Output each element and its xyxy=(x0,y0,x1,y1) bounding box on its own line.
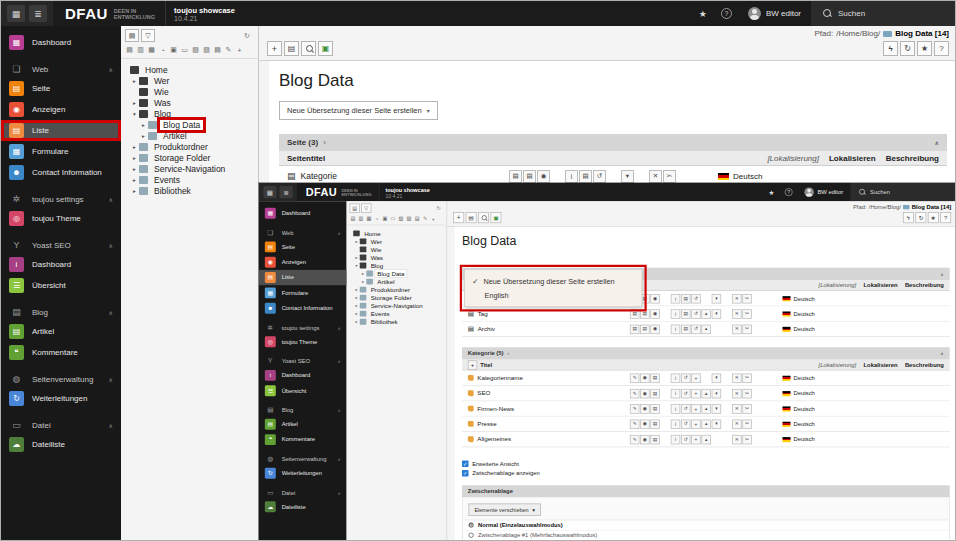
record-action-icon[interactable]: ◉ xyxy=(650,324,659,333)
tree-node[interactable]: ▸ Produktordner xyxy=(347,285,447,293)
sidebar-item[interactable]: ❝ Kommentare xyxy=(259,432,347,447)
user-menu[interactable]: BW editor xyxy=(738,1,811,26)
record-action-icon[interactable]: ✂ xyxy=(742,419,751,428)
record-title-cell[interactable]: ▤ Kategorie xyxy=(287,171,509,181)
sidebar-item[interactable]: i Dashboard xyxy=(1,254,121,275)
record-action-icon[interactable]: ◉ xyxy=(537,170,550,183)
tree-node[interactable]: ▾ Blog xyxy=(121,108,258,119)
page-type-icon[interactable]: ▭ xyxy=(180,46,189,54)
sidebar-item[interactable]: ❏ Web ∧ xyxy=(1,60,121,78)
record-action-icon[interactable]: i xyxy=(671,419,680,428)
record-action-icon[interactable]: ↺ xyxy=(593,170,606,183)
sidebar-item[interactable]: ❝ Kommentare xyxy=(1,342,121,363)
record-action-icon[interactable]: ✕ xyxy=(732,389,741,398)
page-type-icon[interactable]: ▣ xyxy=(169,46,178,54)
refresh-tree-icon[interactable]: ↻ xyxy=(433,203,443,212)
user-menu[interactable]: BW editor xyxy=(797,183,850,201)
record-action-icon[interactable]: ✂ xyxy=(742,404,751,413)
record-action-icon[interactable]: ✂ xyxy=(663,170,676,183)
record-action-icon[interactable]: ✕ xyxy=(732,324,741,333)
record-title-cell[interactable]: Allgemeines xyxy=(468,436,630,443)
collapse-icon[interactable]: ∧ xyxy=(934,139,939,146)
tree-node[interactable]: ▸ Artikel xyxy=(121,130,258,141)
page-type-icon[interactable]: ▧ xyxy=(398,216,405,222)
toolbar-icon[interactable] xyxy=(934,41,949,56)
sidebar-item[interactable]: ✲ toujou settings ∧ xyxy=(259,321,347,334)
record-action-icon[interactable]: ▤ xyxy=(650,389,659,398)
toolbar-icon[interactable] xyxy=(917,41,932,56)
page-type-icon[interactable]: ▨ xyxy=(406,216,413,222)
record-action-icon[interactable]: + xyxy=(691,435,700,444)
sidebar-item[interactable]: ▦ Formulare xyxy=(259,285,347,300)
checkbox-checked-icon[interactable]: ✓ xyxy=(462,460,469,467)
new-page-icon[interactable]: ▤ xyxy=(350,203,360,212)
record-action-icon[interactable]: ▤ xyxy=(650,373,659,382)
help-icon[interactable]: ? xyxy=(785,188,793,196)
record-action-icon[interactable]: i xyxy=(671,373,680,382)
toolbar-icon[interactable] xyxy=(915,212,926,223)
clipboard-mode-row[interactable]: Zwischenablage #1 (Mehrfachauswahlmodus) xyxy=(463,531,949,541)
record-action-icon[interactable]: ▤ xyxy=(650,404,659,413)
record-action-icon[interactable]: ↺ xyxy=(681,435,690,444)
tree-node[interactable]: ▸ Storage Folder xyxy=(121,152,258,163)
tree-node[interactable]: ▸ Events xyxy=(121,174,258,185)
record-action-icon[interactable]: ↺ xyxy=(681,404,690,413)
move-elements-button[interactable]: Elemente verschieben ▾ xyxy=(469,504,541,516)
toolbar-icon[interactable] xyxy=(928,212,939,223)
record-title-cell[interactable]: SEO xyxy=(468,390,630,397)
sidebar-item[interactable]: ◉ Anzeigen xyxy=(259,255,347,270)
bookmark-star-icon[interactable]: ★ xyxy=(691,1,715,26)
tree-node[interactable]: ▸ Blog Data xyxy=(347,269,447,277)
tree-expander-icon[interactable]: ▸ xyxy=(130,144,139,150)
toolbar-icon[interactable] xyxy=(267,41,282,56)
dropdown-option-create-translation[interactable]: ✓ Neue Übersetzung dieser Seite erstelle… xyxy=(472,275,634,288)
tree-node[interactable]: ▸ Was xyxy=(347,253,447,261)
collapse-icon[interactable]: ∧ xyxy=(940,351,944,356)
record-action-icon[interactable]: ✂ xyxy=(742,373,751,382)
toolbar-icon[interactable] xyxy=(301,41,316,56)
tree-expander-icon[interactable]: ▸ xyxy=(139,122,148,128)
refresh-tree-icon[interactable]: ↻ xyxy=(240,29,254,42)
sidebar-item[interactable]: ◉ Anzeigen xyxy=(1,99,121,120)
record-action-icon[interactable]: ✂ xyxy=(742,324,751,333)
sidebar-item[interactable]: ◍ Seitenverwaltung ∧ xyxy=(259,452,347,465)
sidebar-item[interactable]: ❏ Web ∧ xyxy=(259,226,347,239)
page-type-icon[interactable]: ▦ xyxy=(366,216,373,222)
dropdown-option-english[interactable]: English xyxy=(472,288,634,301)
record-action-icon[interactable]: ✎ xyxy=(630,389,639,398)
tree-expander-icon[interactable]: ▸ xyxy=(139,133,148,139)
sidebar-item[interactable]: ☰ Übersicht xyxy=(259,383,347,398)
tree-expander-icon[interactable]: ▸ xyxy=(130,177,139,183)
record-action-icon[interactable]: ▾ xyxy=(712,389,721,398)
tree-node[interactable]: Home xyxy=(121,64,258,75)
page-type-icon[interactable]: ▨ xyxy=(202,46,211,54)
sidebar-item[interactable]: ▤ Seite xyxy=(1,78,121,99)
sidebar-item[interactable]: ▤ Artikel xyxy=(259,417,347,432)
page-type-icon[interactable]: ✎ xyxy=(422,216,429,222)
toolbar-icon[interactable] xyxy=(284,41,299,56)
modules-list-icon[interactable]: ≣ xyxy=(29,5,47,22)
record-action-icon[interactable]: ▾ xyxy=(712,419,721,428)
record-action-icon[interactable]: ◉ xyxy=(640,435,649,444)
record-language-cell[interactable]: Deutsch xyxy=(718,172,762,181)
record-action-icon[interactable]: ▴ xyxy=(701,419,710,428)
sidebar-item[interactable]: ▭ Datei ∧ xyxy=(259,486,347,499)
record-title-cell[interactable]: ▤ Archiv xyxy=(468,325,630,332)
record-action-icon[interactable]: i xyxy=(671,435,680,444)
record-language-cell[interactable]: Deutsch xyxy=(782,295,814,302)
record-action-icon[interactable]: ▤ xyxy=(523,170,536,183)
record-action-icon[interactable]: ▾ xyxy=(712,294,721,303)
record-language-cell[interactable]: Deutsch xyxy=(782,375,814,382)
sidebar-item[interactable]: ☻ Contact Information xyxy=(259,301,347,316)
record-action-icon[interactable]: ✎ xyxy=(630,435,639,444)
record-action-icon[interactable]: ✕ xyxy=(732,294,741,303)
record-action-icon[interactable]: ▤ xyxy=(681,294,690,303)
tree-node[interactable]: Home xyxy=(347,229,447,237)
sidebar-item[interactable]: ✲ toujou settings ∧ xyxy=(1,190,121,208)
record-action-icon[interactable]: ✎ xyxy=(630,419,639,428)
record-action-icon[interactable]: i xyxy=(671,294,680,303)
tree-node[interactable]: ▾ Blog xyxy=(347,261,447,269)
record-language-cell[interactable]: Deutsch xyxy=(782,390,814,397)
record-action-icon[interactable]: i xyxy=(565,170,578,183)
tree-expander-icon[interactable]: ▸ xyxy=(130,78,139,84)
